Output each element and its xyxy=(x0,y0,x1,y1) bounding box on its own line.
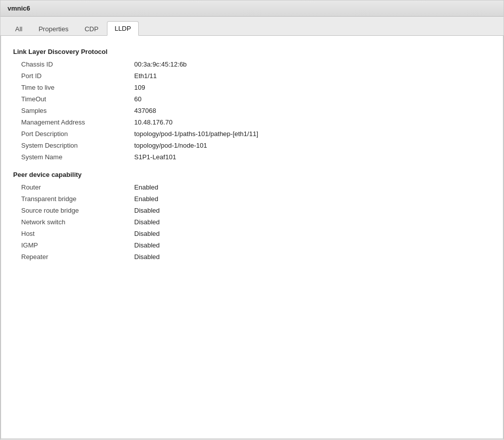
field-label: System Name xyxy=(13,151,134,163)
table-row: System Name S1P1-Leaf101 xyxy=(13,151,491,163)
lldp-content: Link Layer Discovery Protocol Chassis ID… xyxy=(1,36,503,439)
field-value: topology/pod-1/node-101 xyxy=(134,140,491,151)
capability-label: Transparent bridge xyxy=(13,193,134,205)
title-bar: vmnic6 xyxy=(1,1,503,17)
field-label: Samples xyxy=(13,105,134,116)
table-row: IGMP Disabled xyxy=(13,239,491,251)
field-value: 109 xyxy=(134,82,491,93)
tab-lldp[interactable]: LLDP xyxy=(107,21,139,36)
tab-all[interactable]: All xyxy=(8,22,30,36)
table-row: Samples 437068 xyxy=(13,105,491,116)
capability-value: Enabled xyxy=(134,193,491,205)
table-row: Host Disabled xyxy=(13,228,491,239)
field-value: S1P1-Leaf101 xyxy=(134,151,491,163)
capability-label: Router xyxy=(13,181,134,193)
capability-value: Disabled xyxy=(134,205,491,216)
field-value: Eth1/11 xyxy=(134,70,491,82)
field-value: 00:3a:9c:45:12:6b xyxy=(134,58,491,70)
field-label: Chassis ID xyxy=(13,58,134,70)
table-row: Port ID Eth1/11 xyxy=(13,70,491,82)
field-label: Port Description xyxy=(13,128,134,140)
table-row: TimeOut 60 xyxy=(13,93,491,105)
field-value: topology/pod-1/paths-101/pathep-[eth1/11… xyxy=(134,128,491,140)
capability-value: Enabled xyxy=(134,181,491,193)
field-value: 10.48.176.70 xyxy=(134,116,491,128)
tab-bar: All Properties CDP LLDP xyxy=(1,17,503,36)
field-value: 60 xyxy=(134,93,491,105)
capability-value: Disabled xyxy=(134,216,491,228)
table-row: Port Description topology/pod-1/paths-10… xyxy=(13,128,491,140)
table-row: System Description topology/pod-1/node-1… xyxy=(13,140,491,151)
table-row: Time to live 109 xyxy=(13,82,491,93)
capability-value: Disabled xyxy=(134,228,491,239)
table-row: Router Enabled xyxy=(13,181,491,193)
table-row: Network switch Disabled xyxy=(13,216,491,228)
table-row: Management Address 10.48.176.70 xyxy=(13,116,491,128)
field-label: Management Address xyxy=(13,116,134,128)
table-row: Source route bridge Disabled xyxy=(13,205,491,216)
field-value: 437068 xyxy=(134,105,491,116)
capabilities-table: Router Enabled Transparent bridge Enable… xyxy=(13,181,491,263)
capability-label: Network switch xyxy=(13,216,134,228)
section1-title: Link Layer Discovery Protocol xyxy=(13,48,491,55)
tab-properties[interactable]: Properties xyxy=(31,22,76,36)
capability-label: IGMP xyxy=(13,239,134,251)
window-title: vmnic6 xyxy=(8,5,30,12)
lldp-fields-table: Chassis ID 00:3a:9c:45:12:6b Port ID Eth… xyxy=(13,58,491,163)
capability-value: Disabled xyxy=(134,239,491,251)
section2-title: Peer device capability xyxy=(13,171,491,178)
field-label: System Description xyxy=(13,140,134,151)
capability-label: Repeater xyxy=(13,251,134,263)
capability-label: Host xyxy=(13,228,134,239)
field-label: Port ID xyxy=(13,70,134,82)
field-label: Time to live xyxy=(13,82,134,93)
tab-cdp[interactable]: CDP xyxy=(77,22,106,36)
capability-label: Source route bridge xyxy=(13,205,134,216)
field-label: TimeOut xyxy=(13,93,134,105)
window: vmnic6 All Properties CDP LLDP Link Laye… xyxy=(0,0,504,440)
table-row: Repeater Disabled xyxy=(13,251,491,263)
table-row: Transparent bridge Enabled xyxy=(13,193,491,205)
capability-value: Disabled xyxy=(134,251,491,263)
table-row: Chassis ID 00:3a:9c:45:12:6b xyxy=(13,58,491,70)
